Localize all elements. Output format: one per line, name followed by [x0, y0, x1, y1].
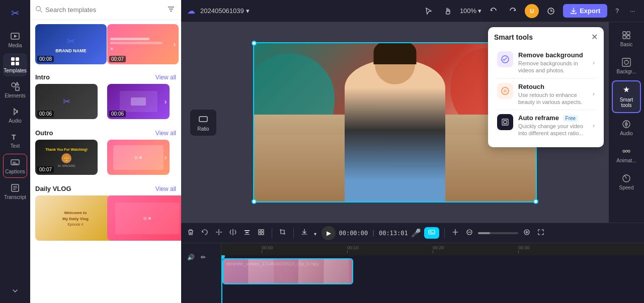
timeline-align-btn[interactable]: [242, 227, 253, 239]
svg-point-38: [623, 150, 625, 152]
hand-tool-btn[interactable]: [441, 5, 455, 17]
more-btn[interactable]: ···: [627, 6, 638, 17]
right-panel-backgr[interactable]: Backgr...: [612, 53, 641, 78]
outro-card-0[interactable]: Thank You For Watching! 🍔 SL SINCERE 00:…: [35, 140, 98, 175]
play-button[interactable]: ▶: [321, 226, 336, 240]
transcript-icon: [10, 183, 20, 193]
remove-background-icon: [497, 51, 513, 67]
remove-background-desc: Remove backgrounds in videos and photos.: [518, 60, 588, 74]
right-panel-audio[interactable]: Audio: [612, 115, 641, 140]
ratio-icon: [198, 114, 209, 125]
featured-card-0[interactable]: ✂ BRAND NAME 00:08: [35, 24, 107, 64]
filter-button[interactable]: [166, 4, 176, 16]
vlog-card-1[interactable]: ◎ ⊕ ›: [107, 195, 181, 241]
sidebar-item-text[interactable]: T Text: [3, 129, 27, 152]
sidebar-item-elements[interactable]: Elements: [3, 78, 27, 102]
intro-view-all[interactable]: View all: [155, 74, 176, 81]
share-icon: [547, 7, 555, 15]
timeline-loop-btn[interactable]: [199, 227, 210, 239]
sidebar-item-media-label: Media: [8, 43, 22, 48]
smart-tools-icon: [621, 85, 631, 95]
timeline-download-btn[interactable]: [299, 227, 310, 239]
sidebar-item-captions[interactable]: Captions: [3, 154, 27, 178]
audio-icon: [10, 107, 20, 117]
playhead[interactable]: [221, 255, 222, 303]
timeline-minus-btn[interactable]: [464, 227, 475, 239]
timeline-fullscreen-btn[interactable]: [535, 227, 546, 239]
timeline-zoom-slider[interactable]: [478, 232, 518, 234]
timeline-mirror-btn[interactable]: [227, 227, 238, 239]
sidebar-item-logo[interactable]: ✂: [3, 4, 27, 22]
outro-card-1[interactable]: ◎ ⊕ ›: [107, 140, 170, 175]
search-input[interactable]: [45, 6, 163, 14]
templates-panel: ✂ BRAND NAME 00:08 ✕ 00:07 › Intro View …: [30, 0, 181, 303]
export-button[interactable]: Export: [563, 4, 607, 18]
svg-point-28: [504, 89, 507, 92]
text-icon: T: [10, 132, 20, 142]
intro-card-0[interactable]: ✂ 00:06: [35, 84, 98, 119]
right-panel-basic[interactable]: Basic: [612, 26, 641, 51]
sidebar-collapse-btn[interactable]: [3, 283, 27, 299]
vlog-card-0[interactable]: Welcome toMy Daily Vlog Episode #: [35, 195, 116, 241]
featured-card-1[interactable]: ✕ 00:07 ›: [107, 24, 179, 64]
timeline-delete-btn[interactable]: [185, 227, 196, 239]
retouch-arrow: ›: [593, 90, 595, 97]
ruler-label-3: 00:30: [518, 245, 530, 250]
svg-point-36: [624, 60, 628, 64]
timeline-stitch-btn[interactable]: [450, 227, 461, 239]
sidebar-item-elements-label: Elements: [5, 93, 26, 98]
ruler-mark-0: 00:00: [262, 245, 347, 253]
retouch-item[interactable]: Retouch Use retouch to enhance beauty in…: [494, 79, 598, 111]
pointer-tool-btn[interactable]: [422, 5, 436, 17]
auto-reframe-item[interactable]: Auto reframe Free Quickly change your vi…: [494, 110, 598, 141]
right-panel-smart-tools[interactable]: Smart tools: [612, 80, 641, 113]
caption-btn[interactable]: [424, 227, 439, 239]
redo-btn[interactable]: [506, 5, 520, 17]
sidebar-item-media[interactable]: Media: [3, 28, 27, 51]
undo-icon: [490, 7, 498, 15]
export-label: Export: [580, 7, 600, 15]
timeline-order-btn[interactable]: [256, 227, 267, 239]
download-group: ▾: [299, 227, 318, 239]
svg-rect-35: [622, 58, 630, 66]
timeline-split-btn[interactable]: [213, 227, 224, 239]
undo-btn[interactable]: [487, 5, 501, 17]
svg-line-18: [40, 10, 42, 12]
timeline-plus-btn[interactable]: [521, 227, 532, 239]
intro-card-1[interactable]: 00:06 ›: [107, 84, 170, 119]
ratio-label: Ratio: [197, 126, 209, 132]
smart-tools-close-btn[interactable]: ✕: [591, 33, 598, 41]
timeline-crop-btn[interactable]: [277, 227, 288, 239]
sidebar-item-templates[interactable]: Templates: [3, 53, 27, 76]
right-panel-speed[interactable]: Speed: [612, 169, 641, 194]
right-panel-animat[interactable]: Animat...: [612, 142, 641, 167]
track-volume-btn[interactable]: 🔊: [185, 252, 197, 263]
smart-tools-label: Smart tools: [615, 97, 638, 108]
ratio-button[interactable]: Ratio: [190, 110, 216, 136]
ruler-tick-2: [433, 250, 433, 253]
download-icon: [301, 229, 308, 236]
track-edit-btn[interactable]: ✏: [199, 252, 208, 263]
sidebar-item-audio-label: Audio: [9, 118, 22, 124]
sidebar-item-audio[interactable]: Audio: [3, 104, 27, 127]
chevron-down-icon: ▾: [246, 7, 250, 15]
share-btn[interactable]: [544, 5, 558, 17]
video-clip[interactable]: recorder_screen_1714646039524_clip_0.mpy: [222, 258, 353, 284]
current-time: 00:00:00: [339, 230, 368, 237]
sidebar: ✂ Media Templates Elements Audio T Text …: [0, 0, 30, 303]
outro-view-all[interactable]: View all: [155, 130, 176, 137]
media-icon: [10, 31, 20, 41]
download-dropdown-btn[interactable]: ▾: [312, 229, 318, 239]
vlog-view-all[interactable]: View all: [155, 185, 176, 192]
basic-label: Basic: [620, 42, 632, 47]
templates-scroll: ✂ BRAND NAME 00:08 ✕ 00:07 › Intro View …: [30, 20, 181, 303]
remove-background-item[interactable]: Remove background Remove backgrounds in …: [494, 47, 598, 79]
help-btn[interactable]: ?: [612, 6, 622, 17]
outro-title: Outro: [35, 129, 53, 137]
zoom-button[interactable]: 100% ▾: [460, 7, 481, 15]
mic-btn[interactable]: 🎤: [411, 228, 421, 238]
zoom-value: 100%: [460, 7, 476, 15]
sidebar-item-text-label: Text: [11, 143, 20, 149]
sidebar-item-transcript[interactable]: Transcript: [3, 180, 27, 203]
project-name[interactable]: 202405061039 ▾: [200, 7, 250, 15]
